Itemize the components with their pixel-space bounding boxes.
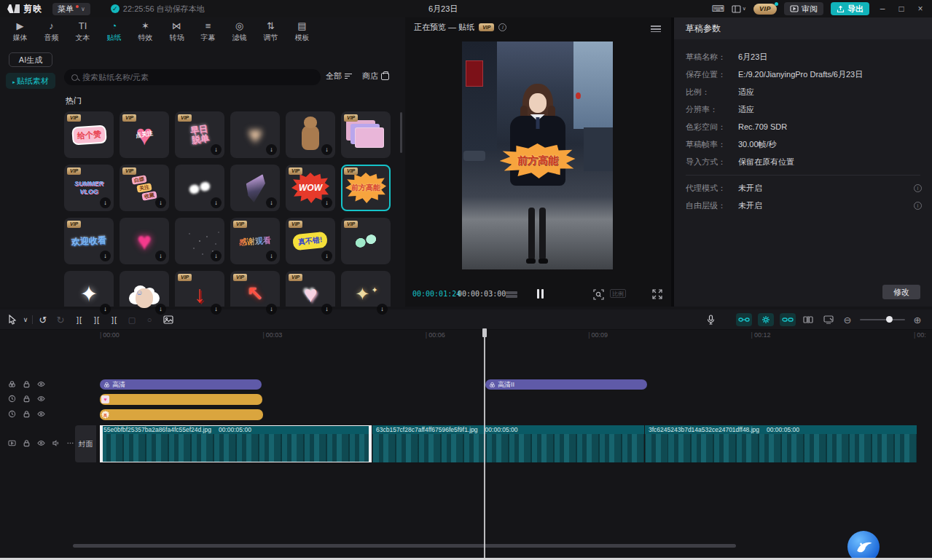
tab-text[interactable]: TI文本 [67, 19, 98, 44]
sticker-purple-fairy[interactable]: ↓ [230, 165, 280, 211]
preview-zoom-icon[interactable] [593, 289, 604, 300]
maximize-button[interactable]: □ [896, 4, 907, 14]
record-voiceover-icon[interactable] [704, 313, 717, 326]
download-icon[interactable]: ↓ [266, 144, 277, 155]
speaker-icon[interactable] [51, 439, 60, 448]
sticker-clip[interactable]: ♥ [100, 394, 262, 405]
tab-template[interactable]: ▤模板 [286, 19, 318, 44]
tab-transition[interactable]: ⋈转场 [161, 19, 192, 44]
video-icon[interactable] [7, 439, 16, 448]
more-icon[interactable] [66, 439, 74, 448]
tab-effects[interactable]: ✶特效 [130, 19, 161, 44]
fullscreen-icon[interactable] [652, 289, 662, 299]
timeline-zoom-slider[interactable] [860, 319, 905, 320]
tab-audio[interactable]: ♪音频 [36, 19, 67, 44]
download-icon[interactable]: ↓ [100, 197, 111, 208]
sticker-pink-3d-text[interactable]: 早日 脱单VIP↓ [175, 111, 224, 158]
sticker-welcome-watch[interactable]: 欢迎收看VIP↓ [64, 218, 114, 264]
sticker-thanks-watch[interactable]: 感谢观看VIP↓ [230, 218, 280, 264]
sticker-icon[interactable] [7, 395, 16, 403]
video-clip[interactable]: 3fc6245243b7d14a532ce24701dff48.jpg00:00… [645, 425, 917, 462]
pause-button[interactable] [535, 289, 545, 299]
sticker-pink-windows[interactable]: VIP [341, 111, 391, 158]
minimize-button[interactable]: – [877, 4, 888, 14]
sticker-follow-collect-tags[interactable]: 白嫖关注收藏VIP↓ [120, 165, 169, 211]
download-icon[interactable]: ↓ [321, 197, 332, 208]
adjust-clip[interactable]: 高清 [100, 379, 262, 390]
sticker-summer-vlog[interactable]: SUMMER VLOGVIP↓ [64, 165, 114, 211]
download-icon[interactable]: ↓ [155, 197, 166, 208]
export-button[interactable]: 导出 [831, 2, 869, 15]
info-icon[interactable]: i [914, 202, 922, 210]
download-icon[interactable]: ↓ [266, 197, 277, 208]
all-filter-button[interactable]: 全部 [326, 71, 352, 82]
download-icon[interactable]: ↓ [211, 144, 222, 155]
zoom-slider-handle[interactable] [886, 316, 893, 323]
download-icon[interactable]: ↓ [321, 304, 332, 315]
adjust-clip[interactable]: 高清II [485, 379, 647, 390]
timeline-zoom-in-icon[interactable]: ⊕ [911, 313, 924, 326]
track-settings-icon[interactable] [822, 313, 835, 326]
sticker-bear[interactable]: ↓ [286, 111, 335, 158]
sticker-give-like-bubble[interactable]: 给个赞VIP [64, 111, 114, 158]
sticker-sparkle-dust[interactable]: ↓ [175, 218, 224, 264]
tab-adjust[interactable]: ⇅调节 [255, 19, 286, 44]
select-tool-chevron[interactable]: ∨ [19, 313, 32, 326]
download-icon[interactable]: ↓ [155, 251, 166, 261]
sticker-follow-heart[interactable]: ♥点关注VIP [120, 111, 169, 158]
menu-button[interactable]: 菜单 ∨ [52, 3, 90, 15]
undo-icon[interactable]: ↺ [36, 313, 50, 326]
tab-filter[interactable]: ◎滤镜 [224, 19, 255, 44]
layout-switch-icon[interactable]: ∨ [732, 5, 746, 13]
eye-icon[interactable] [36, 395, 45, 403]
timeline-zoom-out-icon[interactable]: ⊖ [841, 313, 854, 326]
eye-icon[interactable] [36, 439, 45, 448]
tab-captions[interactable]: ≡字幕 [192, 19, 224, 44]
adjust-icon[interactable] [7, 380, 16, 389]
download-icon[interactable]: ↓ [100, 251, 111, 261]
search-input[interactable] [82, 73, 301, 82]
sticker-clip[interactable]: 高 [100, 409, 263, 420]
video-preview[interactable]: 前方高能 [462, 42, 613, 269]
download-icon[interactable]: ↓ [266, 304, 277, 315]
lock-icon[interactable] [22, 395, 31, 403]
tab-media[interactable]: ▶媒体 [4, 19, 36, 44]
download-icon[interactable]: ↓ [321, 251, 332, 261]
eye-icon[interactable] [36, 410, 45, 419]
split-view-icon[interactable] [802, 313, 815, 326]
playhead[interactable] [484, 328, 485, 560]
video-clip[interactable]: 63cb157cf28c7aff4ff67596fe5f9f1.jpg00:00… [372, 425, 644, 462]
quality-icon[interactable] [506, 291, 517, 299]
assistant-bird-button[interactable] [847, 531, 880, 560]
sticker-icon[interactable] [7, 410, 16, 419]
tab-sticker[interactable]: ◔贴纸 [98, 19, 130, 44]
overlay-sticker-qianfang-gaoneng[interactable]: 前方高能 [500, 143, 576, 178]
delete-icon[interactable]: ▢ [125, 313, 138, 326]
download-icon[interactable]: ↓ [266, 251, 277, 261]
search-bar[interactable] [64, 69, 321, 85]
snap-toggle-icon[interactable] [736, 313, 752, 326]
lock-icon[interactable] [22, 439, 31, 448]
download-icon[interactable]: ↓ [155, 304, 166, 315]
vip-badge[interactable]: VIP [753, 4, 777, 15]
sticker-glow-heart[interactable]: ♥↓ [120, 218, 169, 264]
video-clip[interactable]: 55e0bfbf25357ba2a86fa4fc55ef24d.jpg00:00… [100, 425, 372, 462]
timeline-ruler[interactable]: 00:0000:0300:0600:0900:1200: [73, 330, 932, 342]
freeze-frame-icon[interactable] [162, 313, 175, 326]
close-button[interactable]: × [915, 4, 926, 14]
split-delete-left-icon[interactable]: ][ [90, 313, 103, 326]
sticker-zhen-bucuo[interactable]: 真不错!VIP↓ [286, 218, 335, 264]
cover-button[interactable]: 封面 [75, 425, 96, 462]
split-delete-right-icon[interactable]: ][ [108, 313, 121, 326]
sticker-white-butterfly[interactable]: ↓ [175, 165, 224, 211]
keyboard-shortcut-icon[interactable]: ⌨ [712, 4, 724, 14]
store-button[interactable]: 商店 [362, 71, 389, 82]
sticker-blur-heart[interactable]: ♥↓ [230, 111, 280, 158]
preview-axis-toggle-icon[interactable] [780, 313, 796, 326]
grid-scrollbar[interactable] [400, 112, 402, 153]
timeline-scrollbar[interactable] [73, 544, 736, 548]
linkage-toggle-icon[interactable] [758, 313, 774, 326]
preview-menu-icon[interactable] [651, 24, 661, 34]
sidebar-item-sticker-material[interactable]: ▸贴纸素材 [6, 73, 55, 89]
info-icon[interactable]: i [914, 184, 922, 192]
